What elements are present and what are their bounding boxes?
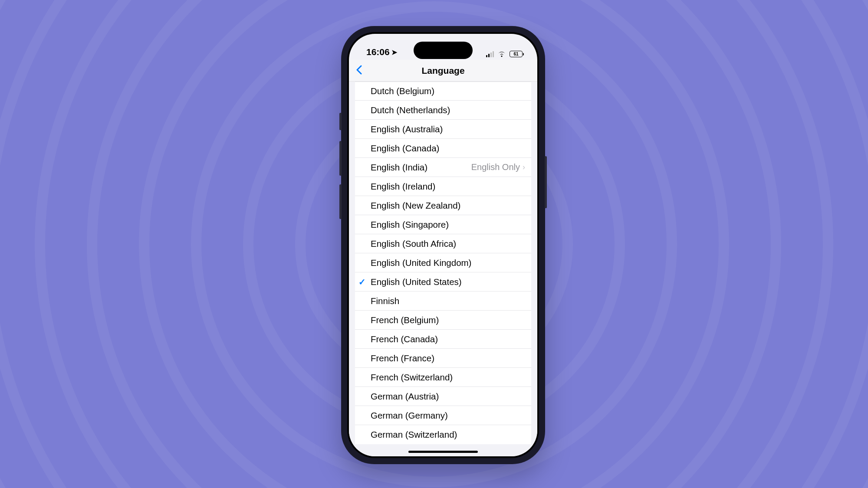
language-row[interactable]: English (Australia) (355, 120, 531, 139)
language-row[interactable]: Finnish (355, 291, 531, 311)
language-row[interactable]: English (Singapore) (355, 215, 531, 234)
language-row[interactable]: French (Belgium) (355, 311, 531, 330)
language-list[interactable]: Dutch (Belgium)Dutch (Netherlands)Englis… (349, 82, 537, 456)
language-row[interactable]: Dutch (Belgium) (355, 82, 531, 101)
language-label: English (United Kingdom) (371, 258, 471, 268)
chevron-right-icon: › (523, 163, 525, 172)
language-row[interactable]: ✓English (United States) (355, 272, 531, 291)
iphone-frame: 16:06 ➤ 61 (341, 26, 545, 464)
language-label: French (Belgium) (371, 315, 439, 325)
language-row[interactable]: English (United Kingdom) (355, 253, 531, 272)
home-indicator[interactable] (408, 451, 478, 453)
language-row[interactable]: English (Canada) (355, 139, 531, 158)
language-label: Dutch (Belgium) (371, 86, 434, 96)
language-label: English (New Zealand) (371, 200, 460, 211)
language-row[interactable]: English (India)English Only› (355, 158, 531, 177)
battery-icon: 61 (510, 51, 523, 57)
language-label: English (Ireland) (371, 181, 435, 192)
language-row[interactable]: French (France) (355, 349, 531, 368)
language-label: English (Australia) (371, 124, 443, 134)
row-trailing: English Only› (471, 162, 525, 172)
language-label: German (Austria) (371, 391, 439, 402)
language-label: French (France) (371, 353, 434, 364)
status-time: 16:06 (366, 47, 390, 57)
language-label: German (Switzerland) (371, 429, 457, 440)
language-row[interactable]: German (Austria) (355, 387, 531, 406)
wifi-icon (497, 51, 506, 57)
language-row[interactable]: Dutch (Netherlands) (355, 101, 531, 120)
power-button (545, 156, 547, 208)
language-row[interactable]: English (Ireland) (355, 177, 531, 196)
language-label: German (Germany) (371, 410, 448, 421)
row-detail-label: English Only (471, 162, 520, 172)
language-row[interactable]: German (Germany) (355, 406, 531, 425)
language-label: English (Singapore) (371, 219, 449, 230)
mute-switch (339, 113, 342, 130)
language-label: French (Switzerland) (371, 372, 453, 383)
language-label: Dutch (Netherlands) (371, 105, 450, 115)
cellular-signal-icon (486, 51, 494, 57)
language-label: English (United States) (371, 277, 462, 287)
back-button[interactable] (356, 65, 362, 76)
volume-up-button (339, 141, 342, 176)
dynamic-island (414, 42, 473, 59)
language-label: French (Canada) (371, 334, 438, 344)
language-label: Finnish (371, 296, 399, 306)
nav-bar: Language (349, 60, 537, 82)
nav-title: Language (421, 66, 464, 76)
language-label: English (Canada) (371, 143, 439, 154)
language-label: English (India) (371, 162, 427, 173)
language-row[interactable]: French (Canada) (355, 330, 531, 349)
language-row[interactable]: German (Switzerland) (355, 425, 531, 444)
location-arrow-icon: ➤ (391, 48, 397, 56)
language-row[interactable]: French (Switzerland) (355, 368, 531, 387)
checkmark-icon: ✓ (358, 277, 366, 287)
language-row[interactable]: English (New Zealand) (355, 196, 531, 215)
language-label: English (South Africa) (371, 239, 456, 249)
volume-down-button (339, 184, 342, 219)
language-row[interactable]: English (South Africa) (355, 234, 531, 253)
